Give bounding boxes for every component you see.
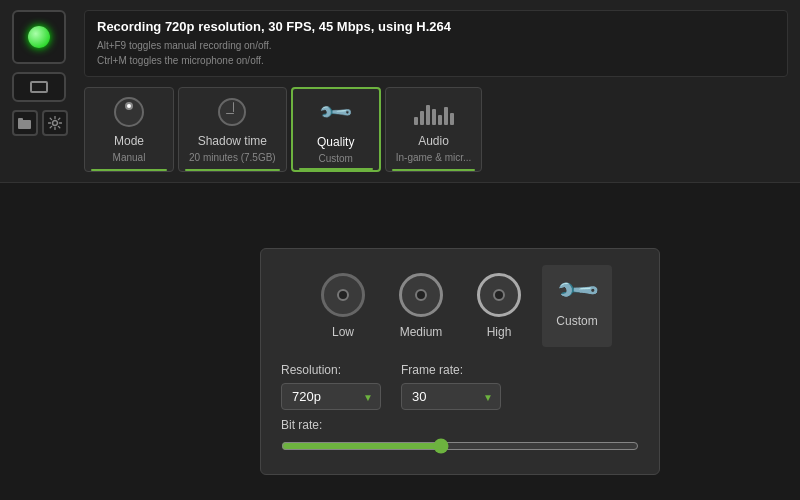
quality-options: Low Medium High 🔧 Custom — [281, 265, 639, 347]
mode-tab-icon — [111, 94, 147, 130]
bars-icon — [414, 99, 454, 125]
bitrate-row: Bit rate: — [281, 418, 639, 458]
disc-inner-high — [493, 289, 505, 301]
disc-inner-medium — [415, 289, 427, 301]
clock-hand-hour — [226, 113, 234, 114]
quality-custom-label: Custom — [556, 314, 597, 328]
info-panel: Recording 720p resolution, 30 FPS, 45 Mb… — [84, 10, 788, 172]
audio-tab-icon — [416, 94, 452, 130]
shadow-tab-label: Shadow time — [198, 134, 267, 148]
bitrate-label: Bit rate: — [281, 418, 639, 432]
settings-button[interactable] — [42, 110, 68, 136]
settings-row: Resolution: 720p 1080p 480p ▼ Frame rate… — [281, 363, 639, 410]
bitrate-slider[interactable] — [281, 438, 639, 454]
mode-tab-underline — [91, 169, 167, 171]
svg-rect-1 — [18, 118, 23, 122]
bar2 — [420, 111, 424, 125]
recording-hints: Alt+F9 toggles manual recording on/off. … — [97, 38, 775, 68]
quality-tab-icon: 🔧 — [318, 95, 354, 131]
audio-tab-underline — [392, 169, 476, 171]
quality-option-medium[interactable]: Medium — [386, 265, 456, 347]
quality-tab-sublabel: Custom — [318, 153, 352, 164]
clock-icon — [218, 98, 246, 126]
webcam-button[interactable] — [12, 72, 66, 102]
shadow-tab-underline — [185, 169, 280, 171]
bar6 — [444, 107, 448, 125]
folder-button[interactable] — [12, 110, 38, 136]
dial-icon — [114, 97, 144, 127]
tab-shadow[interactable]: Shadow time 20 minutes (7.5GB) — [178, 87, 287, 172]
audio-tab-label: Audio — [418, 134, 449, 148]
mode-tab-label: Mode — [114, 134, 144, 148]
hint2: Ctrl+M toggles the microphone on/off. — [97, 53, 775, 68]
bar5 — [438, 115, 442, 125]
tab-quality[interactable]: 🔧 Quality Custom — [291, 87, 381, 172]
top-panel: Recording 720p resolution, 30 FPS, 45 Mb… — [0, 0, 800, 183]
audio-tab-sublabel: In-game & micr... — [396, 152, 472, 163]
framerate-group: Frame rate: 30 60 24 ▼ — [401, 363, 501, 410]
quality-medium-label: Medium — [400, 325, 443, 339]
record-status-dot — [28, 26, 50, 48]
tabs-row: Mode Manual Shadow time 20 minutes (7.5G… — [84, 87, 788, 172]
disc-icon-high — [477, 273, 521, 317]
hint1: Alt+F9 toggles manual recording on/off. — [97, 38, 775, 53]
framerate-select[interactable]: 30 60 24 — [401, 383, 501, 410]
tab-mode[interactable]: Mode Manual — [84, 87, 174, 172]
quality-panel: Low Medium High 🔧 Custom Resolution: — [260, 248, 660, 475]
quality-option-high[interactable]: High — [464, 265, 534, 347]
webcam-icon — [30, 81, 48, 93]
folder-icon — [18, 117, 32, 129]
clock-hand-minute — [233, 102, 234, 112]
resolution-label: Resolution: — [281, 363, 381, 377]
resolution-group: Resolution: 720p 1080p 480p ▼ — [281, 363, 381, 410]
quality-low-label: Low — [332, 325, 354, 339]
bar3 — [426, 105, 430, 125]
mode-tab-sublabel: Manual — [113, 152, 146, 163]
left-controls — [12, 10, 72, 172]
quality-tab-underline — [299, 168, 373, 170]
bottom-buttons — [12, 110, 72, 136]
quality-option-custom[interactable]: 🔧 Custom — [542, 265, 612, 347]
quality-option-low[interactable]: Low — [308, 265, 378, 347]
wrench-icon: 🔧 — [317, 94, 354, 131]
quality-tab-label: Quality — [317, 135, 354, 149]
wrench-large-icon: 🔧 — [553, 265, 601, 313]
bar1 — [414, 117, 418, 125]
resolution-select[interactable]: 720p 1080p 480p — [281, 383, 381, 410]
recording-info-box: Recording 720p resolution, 30 FPS, 45 Mb… — [84, 10, 788, 77]
shadow-tab-sublabel: 20 minutes (7.5GB) — [189, 152, 276, 163]
bar7 — [450, 113, 454, 125]
dial-dot — [125, 102, 133, 110]
svg-point-2 — [53, 121, 58, 126]
disc-icon-medium — [399, 273, 443, 317]
tab-audio[interactable]: Audio In-game & micr... — [385, 87, 483, 172]
shadow-tab-icon — [214, 94, 250, 130]
resolution-select-wrapper: 720p 1080p 480p ▼ — [281, 383, 381, 410]
framerate-select-wrapper: 30 60 24 ▼ — [401, 383, 501, 410]
disc-icon-low — [321, 273, 365, 317]
bar4 — [432, 109, 436, 125]
record-button[interactable] — [12, 10, 66, 64]
framerate-label: Frame rate: — [401, 363, 501, 377]
disc-inner-low — [337, 289, 349, 301]
recording-title: Recording 720p resolution, 30 FPS, 45 Mb… — [97, 19, 775, 34]
gear-icon — [48, 116, 62, 130]
quality-high-label: High — [487, 325, 512, 339]
